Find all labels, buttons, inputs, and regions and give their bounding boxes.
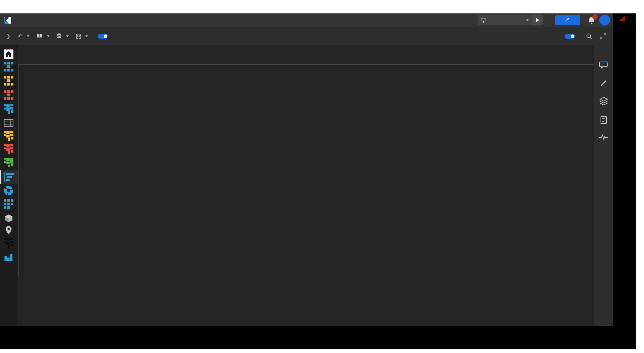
blocks-view-yellow-icon[interactable]: [4, 76, 13, 86]
home-view-icon[interactable]: [4, 49, 13, 59]
matrix-view-dark-icon[interactable]: [4, 238, 13, 248]
bar-chart-view-icon[interactable]: [4, 252, 13, 262]
chevron-down-icon[interactable]: [47, 35, 50, 37]
data-database-icon: [57, 34, 62, 39]
screenshot-stage: ❯ ↶: [0, 0, 644, 353]
view-menu[interactable]: [76, 34, 88, 39]
folded-corner-decoration: [619, 16, 625, 21]
notification-badge: [592, 14, 598, 19]
search-icon[interactable]: [586, 33, 592, 39]
chevron-down-icon[interactable]: [526, 19, 529, 21]
undo-icon: ↶: [18, 33, 22, 40]
app-logo-icon: [4, 17, 11, 24]
donut-view-icon[interactable]: [4, 186, 13, 195]
map-pin-view-icon[interactable]: [4, 225, 13, 235]
header-bar: [0, 13, 613, 27]
play-icon: [536, 18, 539, 22]
data-menu[interactable]: [57, 34, 69, 39]
avatar[interactable]: [599, 15, 610, 26]
app-window: ❯ ↶: [0, 13, 613, 326]
toolbar-expand-chevron[interactable]: ❯: [6, 33, 11, 39]
play-presentation-button[interactable]: [532, 15, 543, 25]
forms-clipboard-icon: [600, 116, 607, 124]
presentation-dropdown[interactable]: [478, 15, 543, 25]
widgets-layers-icon: [599, 97, 608, 105]
toolbar: ❯ ↶: [0, 27, 613, 46]
edit-pencil-icon: [600, 79, 608, 87]
right-sidebar: [594, 45, 613, 326]
chevron-down-icon[interactable]: [27, 35, 29, 37]
fullscreen-icon[interactable]: [600, 33, 606, 39]
table-view-icon[interactable]: [4, 118, 13, 128]
activity-pulse-icon: [599, 134, 609, 140]
sidebar-item-forms[interactable]: [600, 116, 607, 126]
sidebar-item-widgets[interactable]: [599, 97, 608, 107]
unlock-toggle[interactable]: [565, 34, 575, 39]
story-menu[interactable]: [37, 34, 50, 38]
blocks-view-blue-icon[interactable]: [4, 62, 13, 71]
sidebar-item-comments[interactable]: [599, 61, 608, 71]
timeline-view-icon-active[interactable]: [0, 170, 18, 184]
sidebar-item-edit[interactable]: [600, 79, 608, 89]
comments-icon: [599, 61, 608, 69]
matrix-view-red-icon[interactable]: [4, 144, 13, 154]
matrix-view-yellow-icon[interactable]: [4, 131, 13, 141]
blocks-view-red-icon[interactable]: [4, 90, 13, 100]
story-book-icon: [37, 34, 42, 38]
timeline-view-icon: [4, 172, 15, 182]
cube-3d-view-icon[interactable]: [4, 214, 13, 223]
matrix-view-blue-icon[interactable]: [4, 104, 13, 114]
relationships-toggle[interactable]: [98, 34, 108, 39]
main-canvas: ⌄: [18, 45, 594, 326]
share-icon: [564, 18, 569, 22]
presentation-icon: [481, 18, 486, 23]
grid-view-icon[interactable]: [4, 199, 13, 209]
sidebar-item-activity[interactable]: [599, 134, 609, 142]
chevron-down-icon[interactable]: [66, 35, 69, 37]
matrix-view-green-icon[interactable]: [4, 158, 13, 167]
share-button[interactable]: [555, 15, 580, 25]
timeline-plot: [19, 64, 611, 277]
left-sidebar: [0, 45, 18, 326]
view-grid-icon: [76, 34, 81, 39]
chevron-down-icon[interactable]: [85, 35, 88, 37]
undo-button[interactable]: ↶: [18, 33, 29, 40]
